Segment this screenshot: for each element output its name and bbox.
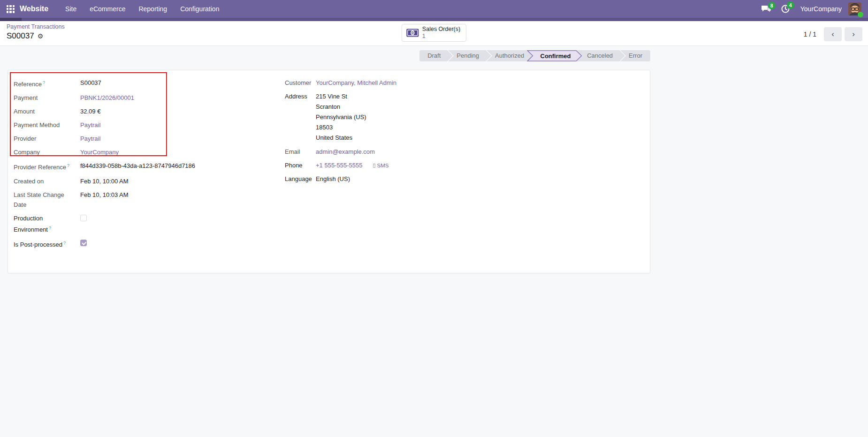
address-line: 18503 [316,122,366,133]
field-row-provider: Provider Paytrail [14,134,285,143]
production-environment-checkbox[interactable] [80,215,87,221]
record-name: S00037 [7,31,34,41]
field-row-email: Email admin@example.com [285,147,644,157]
help-icon: ? [67,163,69,168]
control-panel: Payment Transactions S00037 ⚙ 0 Sales Or… [0,21,868,46]
field-row-amount: Amount 32.09 € [14,106,285,116]
address-line: United States [316,133,366,143]
field-group-left: Reference? S00037 Payment PBNK1/2026/000… [14,78,285,253]
field-label: Phone [285,160,316,170]
payment-link[interactable]: PBNK1/2026/00001 [80,93,134,103]
provider-link[interactable]: Paytrail [80,134,100,143]
field-label: Email [285,147,316,157]
sales-orders-smart-button[interactable]: 0 Sales Order(s) 1 [402,24,466,42]
settings-gear-icon[interactable]: ⚙ [38,31,44,41]
field-row-payment-method: Payment Method Paytrail [14,120,285,130]
field-group-right: Customer YourCompany, Mitchell Admin Add… [285,78,644,253]
field-row-company: Company YourCompany [14,147,285,157]
chevron-right-icon: › [852,30,855,39]
company-link[interactable]: YourCompany [80,147,119,157]
chevron-left-icon: ‹ [831,30,834,39]
field-row-is-post-processed: Is Post-processed? [14,238,285,249]
status-step-authorized[interactable]: Authorized [487,50,532,61]
pager-value: 1 / 1 [804,30,816,38]
status-step-draft[interactable]: Draft [419,50,449,61]
field-row-customer: Customer YourCompany, Mitchell Admin [285,78,644,88]
field-label: Company [14,147,80,157]
user-menu[interactable] [848,2,861,15]
messages-icon[interactable]: 8 [761,5,771,13]
sms-button[interactable]: ▯ SMS [373,160,388,170]
field-label: Customer [285,78,316,88]
menu-reporting[interactable]: Reporting [138,5,167,13]
field-row-reference: Reference? S00037 [14,78,285,89]
help-icon: ? [49,226,51,230]
address-line: 215 Vine St [316,91,366,102]
help-icon: ? [43,80,45,85]
online-status-dot [858,12,863,17]
status-step-confirmed-label: Confirmed [541,53,571,60]
field-label: Payment [14,93,80,103]
pager: 1 / 1 ‹ › [804,27,862,41]
menu-configuration[interactable]: Configuration [180,5,219,13]
address-line: Pennsylvania (US) [316,112,366,122]
field-row-payment: Payment PBNK1/2026/00001 [14,93,285,103]
field-label: Provider Reference? [14,161,80,172]
field-row-production-environment: Production Environment? [14,213,285,234]
field-label: Address [285,91,316,143]
breadcrumb: Payment Transactions S00037 ⚙ [7,23,65,41]
sms-button-label: SMS [377,163,388,168]
field-value: S00037 [80,78,101,89]
company-switcher[interactable]: YourCompany [800,5,842,13]
secondary-bar [0,18,868,21]
svg-text:0: 0 [411,30,414,35]
odoo-payment-transaction-page: Website Site eCommerce Reporting Configu… [0,0,868,437]
status-step-canceled[interactable]: Canceled [577,50,621,61]
customer-link[interactable]: YourCompany, Mitchell Admin [316,78,396,88]
phone-link[interactable]: +1 555-555-5555 [316,160,362,170]
field-label: Production Environment? [14,213,80,234]
field-row-language: Language English (US) [285,174,644,184]
activities-badge: 4 [787,1,794,9]
menu-site[interactable]: Site [65,5,76,13]
field-value: f844d339-058b-43da-a123-8747946d7186 [80,161,195,172]
field-label: Payment Method [14,120,80,130]
secondary-bar-segment [0,18,22,21]
pager-previous-button[interactable]: ‹ [824,27,842,41]
field-label: Is Post-processed? [14,238,80,249]
is-post-processed-checkbox[interactable] [80,240,87,246]
systray: 8 4 YourCompany [757,2,868,15]
address-line: Scranton [316,102,366,112]
app-name-website[interactable]: Website [20,5,48,13]
field-label: Last State Change Date [14,190,80,210]
money-bill-icon: 0 [406,29,419,37]
statusbar: Draft Pending Authorized Confirmed Cance… [419,50,650,61]
pager-next-button[interactable]: › [845,27,862,41]
address-block: 215 Vine St Scranton Pennsylvania (US) 1… [316,91,366,143]
form-sheet: Reference? S00037 Payment PBNK1/2026/000… [8,70,650,273]
status-step-confirmed-active[interactable]: Confirmed [527,50,582,61]
field-label: Language [285,174,316,184]
field-row-provider-reference: Provider Reference? f844d339-058b-43da-a… [14,161,285,172]
field-row-phone: Phone +1 555-555-5555 ▯ SMS [285,160,644,170]
field-value: Feb 10, 10:00 AM [80,176,129,186]
payment-method-link[interactable]: Paytrail [80,120,100,130]
field-label: Amount [14,106,80,116]
field-value: Feb 10, 10:03 AM [80,190,129,210]
field-label: Reference? [14,78,80,89]
breadcrumb-payment-transactions[interactable]: Payment Transactions [7,23,65,30]
activities-icon[interactable]: 4 [781,4,790,14]
top-navbar: Website Site eCommerce Reporting Configu… [0,0,868,18]
mobile-phone-icon: ▯ [373,163,375,168]
status-step-pending[interactable]: Pending [449,50,487,61]
smart-button-count: 1 [422,33,460,40]
menu-ecommerce[interactable]: eCommerce [90,5,125,13]
status-step-error[interactable]: Error [621,50,650,61]
field-row-last-state-change: Last State Change Date Feb 10, 10:03 AM [14,190,285,210]
field-label: Provider [14,134,80,143]
help-icon: ? [63,241,66,245]
field-row-created-on: Created on Feb 10, 10:00 AM [14,176,285,186]
apps-grid-icon[interactable] [7,5,15,13]
field-label: Created on [14,176,80,186]
email-link[interactable]: admin@example.com [316,147,375,157]
